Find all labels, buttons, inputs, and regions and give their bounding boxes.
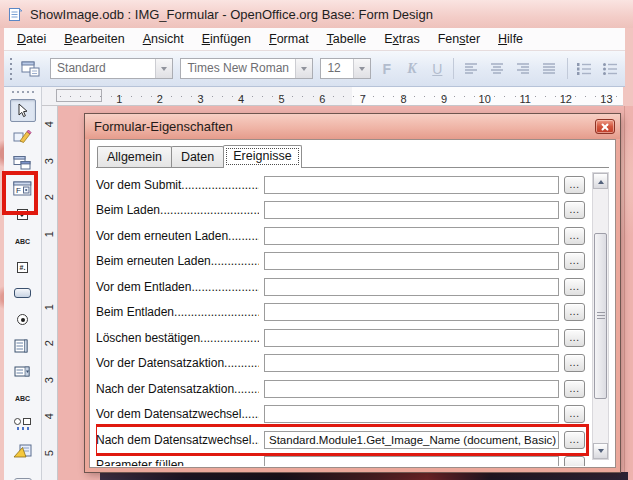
browse-button[interactable]: ... bbox=[564, 227, 585, 245]
form-properties-icon[interactable]: F bbox=[10, 177, 36, 200]
browse-button[interactable]: ... bbox=[564, 176, 585, 194]
event-label: Parameter füllen bbox=[96, 458, 259, 466]
event-macro-input[interactable] bbox=[264, 176, 559, 194]
wizards-icon[interactable] bbox=[10, 465, 36, 480]
form-image bbox=[100, 472, 628, 480]
chevron-down-icon[interactable] bbox=[155, 59, 172, 78]
select-cursor-icon[interactable] bbox=[10, 99, 36, 122]
scroll-up-icon[interactable] bbox=[593, 173, 608, 189]
chevron-down-icon[interactable] bbox=[295, 59, 312, 78]
event-macro-input[interactable] bbox=[264, 354, 559, 372]
event-row: Beim Entladen...........................… bbox=[96, 300, 585, 326]
bullet-list-icon[interactable] bbox=[601, 59, 620, 79]
option-button-icon[interactable] bbox=[10, 308, 36, 331]
styles-window-icon[interactable] bbox=[20, 58, 43, 80]
event-macro-input[interactable] bbox=[264, 303, 559, 321]
more-controls-icon[interactable] bbox=[10, 413, 36, 436]
ruler-number: 3 bbox=[180, 93, 221, 105]
browse-button[interactable]: ... bbox=[564, 329, 585, 347]
vertical-ruler: 432112345 bbox=[42, 106, 58, 480]
align-justify-icon[interactable] bbox=[540, 59, 559, 79]
design-mode-icon[interactable] bbox=[10, 125, 36, 148]
dialog-body: AllgemeinDatenEreignisse Vor dem Submit.… bbox=[89, 139, 616, 468]
scrollbar-thumb[interactable] bbox=[594, 233, 607, 399]
event-macro-input[interactable] bbox=[264, 252, 559, 270]
chevron-down-icon[interactable] bbox=[353, 59, 370, 78]
browse-button[interactable]: ... bbox=[564, 278, 585, 296]
event-macro-input[interactable] bbox=[264, 227, 559, 245]
scroll-down-icon[interactable] bbox=[593, 443, 608, 459]
font-name-value: Times New Roman bbox=[181, 59, 295, 78]
event-row: Nach der Datensatzaktion.......... ... bbox=[96, 376, 585, 402]
menu-item[interactable]: Tabelle bbox=[318, 29, 376, 49]
menu-item[interactable]: Extras bbox=[375, 29, 428, 49]
browse-button[interactable]: ... bbox=[564, 431, 585, 449]
push-button-icon[interactable] bbox=[10, 282, 36, 305]
formatted-field-icon[interactable]: #. bbox=[10, 256, 36, 279]
underline-button[interactable]: U bbox=[428, 61, 446, 77]
dialog-tab[interactable]: Ereignisse bbox=[223, 145, 301, 168]
event-macro-input[interactable] bbox=[264, 278, 559, 296]
italic-button[interactable]: K bbox=[403, 61, 421, 77]
event-macro-input[interactable] bbox=[264, 201, 559, 219]
dialog-scrollbar[interactable] bbox=[592, 172, 609, 460]
menu-item[interactable]: Format bbox=[260, 29, 318, 49]
combo-box-icon[interactable] bbox=[10, 360, 36, 383]
bold-button[interactable]: F bbox=[378, 61, 396, 77]
event-row: Parameter füllen ... bbox=[96, 453, 585, 467]
dialog-tab[interactable]: Allgemein bbox=[97, 146, 172, 167]
event-row: Beim erneuten Laden.................. ..… bbox=[96, 249, 585, 275]
paragraph-style-value: Standard bbox=[51, 59, 155, 78]
control-properties-icon[interactable] bbox=[10, 151, 36, 174]
event-row: Vor dem erneuten Laden............ ... bbox=[96, 223, 585, 249]
browse-button[interactable]: ... bbox=[564, 405, 585, 423]
event-macro-input[interactable] bbox=[264, 380, 559, 398]
menu-item[interactable]: Hilfe bbox=[489, 29, 532, 49]
browse-button[interactable]: ... bbox=[564, 201, 585, 219]
ruler-number: 6 bbox=[302, 93, 343, 105]
browse-button[interactable]: ... bbox=[564, 354, 585, 372]
event-macro-input[interactable]: Standard.Module1.Get_Image_Name (documen… bbox=[264, 431, 559, 449]
menu-item[interactable]: Fenster bbox=[429, 29, 489, 49]
paragraph-style-combo[interactable]: Standard bbox=[50, 58, 173, 79]
font-size-combo[interactable]: 12 bbox=[320, 58, 370, 79]
font-size-value: 12 bbox=[321, 59, 352, 78]
align-right-icon[interactable] bbox=[514, 59, 533, 79]
menu-item[interactable]: Einfügen bbox=[193, 29, 260, 49]
ruler-number: 1 bbox=[99, 93, 140, 105]
event-macro-input[interactable] bbox=[264, 456, 559, 466]
dialog-tab[interactable]: Daten bbox=[171, 146, 224, 167]
text-box-icon[interactable]: ABC bbox=[10, 230, 36, 253]
close-icon[interactable] bbox=[595, 119, 615, 134]
browse-button[interactable]: ... bbox=[564, 456, 585, 466]
browse-button[interactable]: ... bbox=[564, 252, 585, 270]
event-row: Vor der Datensatzaktion.............. ..… bbox=[96, 351, 585, 377]
browse-button[interactable]: ... bbox=[564, 380, 585, 398]
event-label: Vor dem erneuten Laden............ bbox=[96, 229, 259, 243]
ruler-number: 5 bbox=[261, 93, 302, 105]
form-properties-dialog: Formular-Eigenschaften AllgemeinDatenEre… bbox=[85, 114, 620, 472]
align-center-icon[interactable] bbox=[488, 59, 507, 79]
menu-item[interactable]: Datei bbox=[8, 29, 55, 49]
form-design-icon[interactable] bbox=[10, 439, 36, 462]
menu-item[interactable]: Ansicht bbox=[134, 29, 193, 49]
event-row: Löschen bestätigen..................... … bbox=[96, 325, 585, 351]
browse-button[interactable]: ... bbox=[564, 303, 585, 321]
label-field-icon[interactable]: ABC bbox=[10, 387, 36, 410]
event-macro-input[interactable] bbox=[264, 329, 559, 347]
menu-item[interactable]: Bearbeiten bbox=[55, 29, 133, 49]
checkbox-icon[interactable] bbox=[10, 203, 36, 226]
dialog-title: Formular-Eigenschaften bbox=[94, 119, 233, 134]
font-name-combo[interactable]: Times New Roman bbox=[180, 58, 313, 79]
align-left-icon[interactable] bbox=[461, 59, 480, 79]
event-macro-input[interactable] bbox=[264, 405, 559, 423]
ruler-number: 11 bbox=[505, 93, 546, 105]
numbered-list-icon[interactable] bbox=[574, 59, 593, 79]
dialog-titlebar: Formular-Eigenschaften bbox=[85, 114, 620, 139]
toolbar-separator bbox=[453, 58, 454, 79]
ruler-number: 13 bbox=[586, 93, 623, 105]
toolbar-grip-icon[interactable] bbox=[4, 87, 41, 97]
list-box-icon[interactable] bbox=[10, 334, 36, 357]
event-rows: Vor dem Submit..........................… bbox=[96, 172, 585, 466]
toolbar-grip-icon[interactable] bbox=[9, 58, 13, 80]
